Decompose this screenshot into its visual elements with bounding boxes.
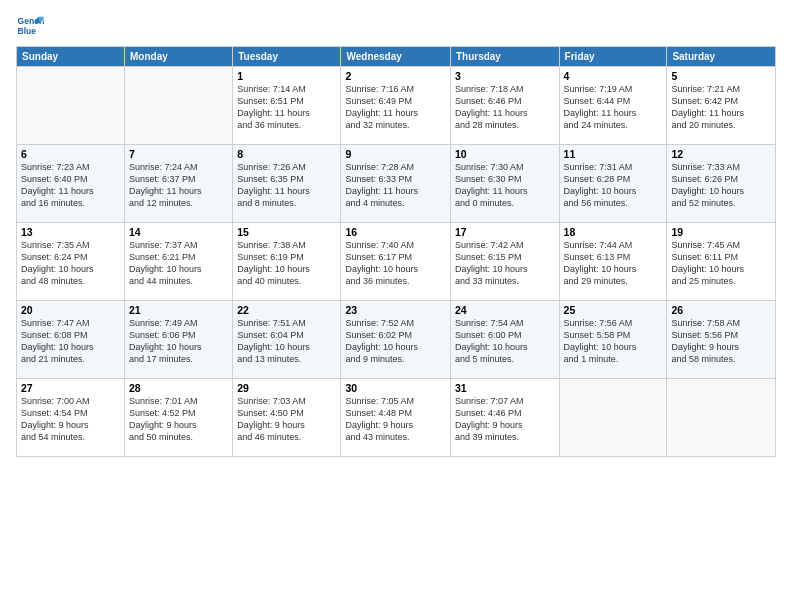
day-number: 22	[237, 304, 336, 316]
weekday-header-cell: Sunday	[17, 47, 125, 67]
calendar-cell: 20Sunrise: 7:47 AM Sunset: 6:08 PM Dayli…	[17, 301, 125, 379]
weekday-header-cell: Tuesday	[233, 47, 341, 67]
calendar-cell	[125, 67, 233, 145]
calendar-cell: 9Sunrise: 7:28 AM Sunset: 6:33 PM Daylig…	[341, 145, 450, 223]
day-number: 11	[564, 148, 663, 160]
day-number: 30	[345, 382, 445, 394]
calendar-cell: 26Sunrise: 7:58 AM Sunset: 5:56 PM Dayli…	[667, 301, 776, 379]
calendar-week-row: 13Sunrise: 7:35 AM Sunset: 6:24 PM Dayli…	[17, 223, 776, 301]
calendar-body: 1Sunrise: 7:14 AM Sunset: 6:51 PM Daylig…	[17, 67, 776, 457]
weekday-header-cell: Friday	[559, 47, 667, 67]
page: General Blue SundayMondayTuesdayWednesda…	[0, 0, 792, 612]
day-number: 1	[237, 70, 336, 82]
calendar-cell: 23Sunrise: 7:52 AM Sunset: 6:02 PM Dayli…	[341, 301, 450, 379]
day-number: 12	[671, 148, 771, 160]
day-number: 27	[21, 382, 120, 394]
day-info: Sunrise: 7:05 AM Sunset: 4:48 PM Dayligh…	[345, 395, 445, 444]
calendar-cell: 7Sunrise: 7:24 AM Sunset: 6:37 PM Daylig…	[125, 145, 233, 223]
day-number: 23	[345, 304, 445, 316]
day-info: Sunrise: 7:51 AM Sunset: 6:04 PM Dayligh…	[237, 317, 336, 366]
calendar-cell: 19Sunrise: 7:45 AM Sunset: 6:11 PM Dayli…	[667, 223, 776, 301]
calendar-week-row: 20Sunrise: 7:47 AM Sunset: 6:08 PM Dayli…	[17, 301, 776, 379]
calendar-cell: 4Sunrise: 7:19 AM Sunset: 6:44 PM Daylig…	[559, 67, 667, 145]
day-number: 20	[21, 304, 120, 316]
calendar-week-row: 1Sunrise: 7:14 AM Sunset: 6:51 PM Daylig…	[17, 67, 776, 145]
weekday-header-cell: Monday	[125, 47, 233, 67]
calendar-cell: 29Sunrise: 7:03 AM Sunset: 4:50 PM Dayli…	[233, 379, 341, 457]
day-number: 28	[129, 382, 228, 394]
calendar-cell: 5Sunrise: 7:21 AM Sunset: 6:42 PM Daylig…	[667, 67, 776, 145]
logo-icon: General Blue	[16, 12, 44, 40]
calendar-week-row: 27Sunrise: 7:00 AM Sunset: 4:54 PM Dayli…	[17, 379, 776, 457]
day-info: Sunrise: 7:35 AM Sunset: 6:24 PM Dayligh…	[21, 239, 120, 288]
day-info: Sunrise: 7:33 AM Sunset: 6:26 PM Dayligh…	[671, 161, 771, 210]
day-number: 31	[455, 382, 555, 394]
day-info: Sunrise: 7:14 AM Sunset: 6:51 PM Dayligh…	[237, 83, 336, 132]
day-number: 3	[455, 70, 555, 82]
day-info: Sunrise: 7:24 AM Sunset: 6:37 PM Dayligh…	[129, 161, 228, 210]
day-number: 16	[345, 226, 445, 238]
day-info: Sunrise: 7:28 AM Sunset: 6:33 PM Dayligh…	[345, 161, 445, 210]
day-number: 18	[564, 226, 663, 238]
day-number: 25	[564, 304, 663, 316]
svg-text:Blue: Blue	[18, 26, 37, 36]
calendar-cell: 6Sunrise: 7:23 AM Sunset: 6:40 PM Daylig…	[17, 145, 125, 223]
day-number: 10	[455, 148, 555, 160]
calendar-cell: 18Sunrise: 7:44 AM Sunset: 6:13 PM Dayli…	[559, 223, 667, 301]
day-info: Sunrise: 7:45 AM Sunset: 6:11 PM Dayligh…	[671, 239, 771, 288]
day-info: Sunrise: 7:19 AM Sunset: 6:44 PM Dayligh…	[564, 83, 663, 132]
calendar-cell: 12Sunrise: 7:33 AM Sunset: 6:26 PM Dayli…	[667, 145, 776, 223]
calendar-cell: 3Sunrise: 7:18 AM Sunset: 6:46 PM Daylig…	[450, 67, 559, 145]
day-number: 8	[237, 148, 336, 160]
day-info: Sunrise: 7:07 AM Sunset: 4:46 PM Dayligh…	[455, 395, 555, 444]
weekday-header-cell: Wednesday	[341, 47, 450, 67]
day-number: 5	[671, 70, 771, 82]
day-number: 17	[455, 226, 555, 238]
calendar-cell: 2Sunrise: 7:16 AM Sunset: 6:49 PM Daylig…	[341, 67, 450, 145]
day-number: 26	[671, 304, 771, 316]
day-info: Sunrise: 7:30 AM Sunset: 6:30 PM Dayligh…	[455, 161, 555, 210]
day-info: Sunrise: 7:52 AM Sunset: 6:02 PM Dayligh…	[345, 317, 445, 366]
calendar-cell: 11Sunrise: 7:31 AM Sunset: 6:28 PM Dayli…	[559, 145, 667, 223]
day-info: Sunrise: 7:37 AM Sunset: 6:21 PM Dayligh…	[129, 239, 228, 288]
calendar-cell: 10Sunrise: 7:30 AM Sunset: 6:30 PM Dayli…	[450, 145, 559, 223]
day-info: Sunrise: 7:18 AM Sunset: 6:46 PM Dayligh…	[455, 83, 555, 132]
day-number: 15	[237, 226, 336, 238]
calendar-cell: 25Sunrise: 7:56 AM Sunset: 5:58 PM Dayli…	[559, 301, 667, 379]
day-number: 4	[564, 70, 663, 82]
calendar-cell: 1Sunrise: 7:14 AM Sunset: 6:51 PM Daylig…	[233, 67, 341, 145]
calendar-cell: 30Sunrise: 7:05 AM Sunset: 4:48 PM Dayli…	[341, 379, 450, 457]
calendar-cell	[559, 379, 667, 457]
calendar-cell: 13Sunrise: 7:35 AM Sunset: 6:24 PM Dayli…	[17, 223, 125, 301]
day-number: 7	[129, 148, 228, 160]
calendar-cell: 16Sunrise: 7:40 AM Sunset: 6:17 PM Dayli…	[341, 223, 450, 301]
day-number: 13	[21, 226, 120, 238]
day-info: Sunrise: 7:16 AM Sunset: 6:49 PM Dayligh…	[345, 83, 445, 132]
calendar-cell: 8Sunrise: 7:26 AM Sunset: 6:35 PM Daylig…	[233, 145, 341, 223]
calendar-cell: 15Sunrise: 7:38 AM Sunset: 6:19 PM Dayli…	[233, 223, 341, 301]
day-info: Sunrise: 7:58 AM Sunset: 5:56 PM Dayligh…	[671, 317, 771, 366]
day-info: Sunrise: 7:54 AM Sunset: 6:00 PM Dayligh…	[455, 317, 555, 366]
day-number: 14	[129, 226, 228, 238]
weekday-header-cell: Saturday	[667, 47, 776, 67]
day-number: 24	[455, 304, 555, 316]
day-number: 9	[345, 148, 445, 160]
day-number: 19	[671, 226, 771, 238]
logo: General Blue	[16, 12, 44, 40]
calendar-cell: 22Sunrise: 7:51 AM Sunset: 6:04 PM Dayli…	[233, 301, 341, 379]
calendar-week-row: 6Sunrise: 7:23 AM Sunset: 6:40 PM Daylig…	[17, 145, 776, 223]
day-info: Sunrise: 7:26 AM Sunset: 6:35 PM Dayligh…	[237, 161, 336, 210]
day-info: Sunrise: 7:44 AM Sunset: 6:13 PM Dayligh…	[564, 239, 663, 288]
day-info: Sunrise: 7:40 AM Sunset: 6:17 PM Dayligh…	[345, 239, 445, 288]
calendar-cell: 28Sunrise: 7:01 AM Sunset: 4:52 PM Dayli…	[125, 379, 233, 457]
weekday-header-row: SundayMondayTuesdayWednesdayThursdayFrid…	[17, 47, 776, 67]
day-info: Sunrise: 7:31 AM Sunset: 6:28 PM Dayligh…	[564, 161, 663, 210]
day-info: Sunrise: 7:01 AM Sunset: 4:52 PM Dayligh…	[129, 395, 228, 444]
day-number: 2	[345, 70, 445, 82]
day-info: Sunrise: 7:56 AM Sunset: 5:58 PM Dayligh…	[564, 317, 663, 366]
day-number: 29	[237, 382, 336, 394]
day-info: Sunrise: 7:49 AM Sunset: 6:06 PM Dayligh…	[129, 317, 228, 366]
calendar-cell: 21Sunrise: 7:49 AM Sunset: 6:06 PM Dayli…	[125, 301, 233, 379]
calendar-cell	[17, 67, 125, 145]
day-info: Sunrise: 7:21 AM Sunset: 6:42 PM Dayligh…	[671, 83, 771, 132]
